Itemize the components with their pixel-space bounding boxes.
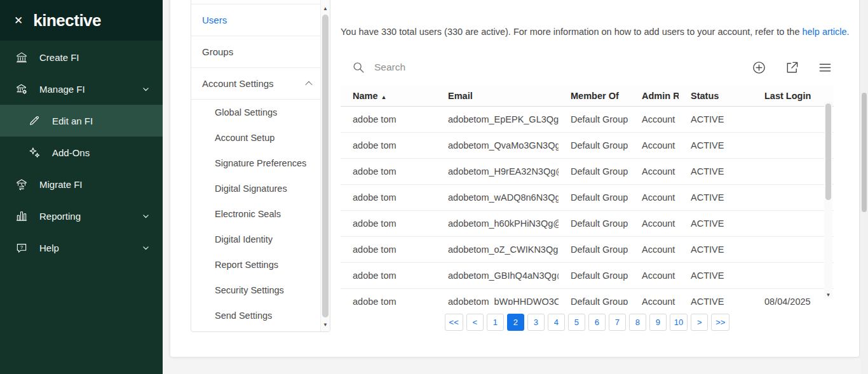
page-button-3[interactable]: 3	[527, 314, 545, 331]
sidebar-item-reporting[interactable]: Reporting	[0, 200, 163, 232]
table-row[interactable]: adobe tom adobetom_h60kPHiN3Qg@... Defau…	[341, 211, 834, 237]
search-input[interactable]	[374, 62, 578, 73]
sidebar-item-manage-fi[interactable]: Manage FI	[0, 73, 163, 105]
table-header-row: Name▲ Email Member Of Admin R... Status …	[341, 85, 834, 107]
cell-member-of: Default Group	[559, 297, 630, 305]
settings-nav-item-groups[interactable]: Groups	[191, 36, 320, 67]
cell-admin-roles: Account	[630, 270, 679, 281]
settings-nav-item-label: Account Settings	[202, 78, 274, 89]
cell-status: ACTIVE	[679, 297, 752, 305]
settings-nav-subitem-report-settings[interactable]: Report Settings	[191, 252, 320, 277]
table-row[interactable]: adobe tom adobetom_H9rEA32N3Qg@... Defau…	[341, 159, 834, 185]
settings-nav-item-users[interactable]: Users	[191, 4, 320, 36]
column-header-email[interactable]: Email	[436, 91, 559, 101]
page-button-2-active[interactable]: 2	[507, 314, 524, 331]
settings-nav-subitem-signature-preferences[interactable]: Signature Preferences	[191, 150, 320, 176]
close-menu-icon[interactable]: ✕	[14, 15, 23, 26]
cell-name: adobe tom	[341, 244, 436, 255]
settings-nav-subitem-send-settings[interactable]: Send Settings	[191, 303, 320, 328]
table-scrollbar[interactable]: ▼	[824, 102, 832, 298]
column-header-member-of[interactable]: Member Of	[559, 91, 630, 101]
page-scrollbar[interactable]	[860, 0, 868, 374]
page-button-9[interactable]: 9	[649, 314, 667, 331]
users-toolbar	[341, 56, 834, 79]
bar-chart-icon	[15, 210, 28, 222]
cell-email: adobetom_EpEPK_GL3Qg@...	[436, 114, 559, 124]
scroll-down-icon[interactable]: ▼	[321, 322, 330, 328]
settings-nav-subitem-electronic-seals[interactable]: Electronic Seals	[191, 201, 320, 227]
sidebar-item-edit-an-fi[interactable]: Edit an FI	[0, 105, 163, 137]
page-scrollbar-thumb[interactable]	[862, 93, 867, 212]
settings-nav-subitem-digital-identity[interactable]: Digital Identity	[191, 227, 320, 252]
page-button-1[interactable]: 1	[487, 314, 504, 331]
page-first-button[interactable]: <<	[445, 314, 463, 331]
scroll-down-icon[interactable]: ▼	[824, 292, 832, 298]
cell-member-of: Default Group	[559, 192, 630, 203]
sidebar-item-migrate-fi[interactable]: Migrate FI	[0, 168, 163, 200]
cell-status: ACTIVE	[679, 114, 752, 124]
cell-admin-roles: Account	[630, 192, 679, 203]
sidebar-item-add-ons[interactable]: Add-Ons	[0, 137, 163, 168]
cell-name: adobe tom	[341, 218, 436, 229]
page-prev-button[interactable]: <	[466, 314, 484, 331]
cell-email: adobetom_oZ_CWIKN3Qg...	[436, 244, 559, 255]
page-button-7[interactable]: 7	[609, 314, 626, 331]
sidebar-item-label: Help	[39, 243, 59, 253]
export-icon[interactable]	[785, 60, 799, 75]
table-row[interactable]: adobe tom adobetom_bWpHHDWQ3Q... Default…	[341, 289, 834, 305]
page-button-6[interactable]: 6	[588, 314, 606, 331]
cell-name: adobe tom	[341, 192, 436, 203]
column-header-admin-roles[interactable]: Admin R...	[630, 91, 679, 101]
settings-nav-subitem-global-settings[interactable]: Global Settings	[191, 100, 320, 125]
bank-icon	[15, 51, 28, 63]
table-row[interactable]: adobe tom adobetom_QvaMo3GN3Qg... Defaul…	[341, 133, 834, 159]
column-header-status[interactable]: Status	[679, 91, 752, 101]
sidebar-item-label: Add-Ons	[52, 147, 90, 158]
sort-asc-icon: ▲	[381, 94, 387, 100]
menu-icon[interactable]	[818, 60, 832, 75]
settings-nav-subitem-account-setup[interactable]: Account Setup	[191, 125, 320, 150]
panel-scrollbar[interactable]: ▲ ▼	[320, 0, 330, 331]
sidebar-item-label: Edit an FI	[52, 116, 93, 126]
table-row[interactable]: adobe tom adobetom_GBIhQ4aN3Qg@... Defau…	[341, 263, 834, 289]
pagination: << < 1 2 3 4 5 6 7 8 9 10 > >>	[341, 314, 834, 331]
cell-name: adobe tom	[341, 270, 436, 281]
page-button-4[interactable]: 4	[548, 314, 565, 331]
sidebar-item-help[interactable]: ? Help	[0, 232, 163, 264]
cell-status: ACTIVE	[679, 270, 752, 281]
users-content: You have 330 total users (330 are active…	[341, 0, 834, 357]
cell-email: adobetom_QvaMo3GN3Qg...	[436, 140, 559, 150]
cell-status: ACTIVE	[679, 166, 752, 177]
page-next-button[interactable]: >	[691, 314, 708, 331]
sidebar-item-label: Reporting	[39, 211, 81, 222]
cell-admin-roles: Account	[630, 114, 679, 124]
table-scrollbar-thumb[interactable]	[825, 104, 831, 200]
sparkle-icon	[28, 146, 41, 159]
cell-name: adobe tom	[341, 114, 436, 124]
help-article-link[interactable]: help article.	[802, 27, 849, 37]
page-button-5[interactable]: 5	[568, 314, 585, 331]
page-button-8[interactable]: 8	[629, 314, 646, 331]
chevron-up-icon	[305, 81, 312, 88]
sidebar-item-create-fi[interactable]: Create FI	[0, 41, 163, 73]
table-row[interactable]: adobe tom adobetom_EpEPK_GL3Qg@... Defau…	[341, 107, 834, 133]
cell-status: ACTIVE	[679, 218, 752, 229]
cell-admin-roles: Account	[630, 297, 679, 305]
cell-email: adobetom_H9rEA32N3Qg@...	[436, 166, 559, 177]
settings-nav-panel: Users Groups Account Settings Global Set…	[191, 0, 330, 332]
panel-scrollbar-thumb[interactable]	[322, 15, 329, 317]
settings-nav-item-account-settings[interactable]: Account Settings	[191, 67, 320, 99]
column-header-name[interactable]: Name▲	[341, 91, 436, 101]
brand-logo: kinective	[33, 11, 101, 30]
scroll-up-icon[interactable]: ▲	[321, 6, 330, 11]
table-row[interactable]: adobe tom adobetom_oZ_CWIKN3Qg... Defaul…	[341, 237, 834, 263]
page-button-10[interactable]: 10	[670, 314, 688, 331]
cell-member-of: Default Group	[559, 244, 630, 255]
table-row[interactable]: adobe tom adobetom_wADQ8n6N3Qg... Defaul…	[341, 185, 834, 211]
column-header-last-login[interactable]: Last Login	[752, 91, 834, 101]
settings-nav-subitem-security-settings[interactable]: Security Settings	[191, 277, 320, 303]
page-last-button[interactable]: >>	[711, 314, 729, 331]
settings-nav-subitem-digital-signatures[interactable]: Digital Signatures	[191, 176, 320, 201]
cell-member-of: Default Group	[559, 166, 630, 177]
add-user-icon[interactable]	[752, 60, 766, 75]
